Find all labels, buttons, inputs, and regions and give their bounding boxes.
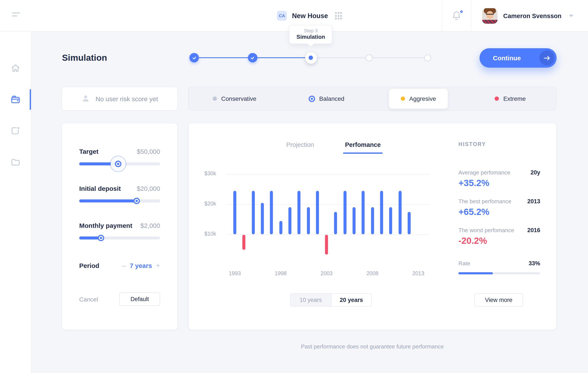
slider-thumb[interactable] [98, 235, 104, 241]
bar-2005 [344, 191, 346, 234]
history-panel: HISTORY Average perfomance 20y +35.2% Th… [458, 123, 540, 330]
bar-1999 [288, 207, 291, 234]
risk-option-conservative[interactable]: Conservative [189, 87, 280, 110]
toggle-20-years[interactable]: 20 years [331, 294, 371, 306]
sidebar-item-home[interactable] [0, 56, 31, 80]
chart-tabs: Projection Perfomance [282, 141, 385, 148]
user-menu[interactable]: Cameron Svensson [471, 0, 588, 32]
sidebar-item-portfolio[interactable] [0, 87, 31, 112]
continue-button[interactable]: Continue [480, 48, 556, 68]
gridline-$10k [226, 234, 430, 235]
history-item-label: The worst perfomance [458, 227, 514, 234]
bar-2011 [398, 191, 401, 234]
chart-card: Projection Perfomance $30k$20k$10k199319… [188, 123, 556, 330]
risk-score-banner: No user risk score yet [62, 86, 178, 111]
apps-grid-icon[interactable] [335, 12, 342, 19]
slider-label: Target [79, 148, 98, 155]
bar-2004 [334, 212, 337, 234]
x-tick-2008: 2008 [362, 270, 383, 277]
period-minus-button[interactable]: – [122, 262, 126, 269]
menu-icon[interactable] [12, 12, 21, 19]
risk-option-aggresive[interactable]: Aggresive [372, 87, 464, 110]
history-item: The best perfomance 2013 +65.2% [458, 198, 540, 217]
rate-label: Rate [458, 260, 470, 266]
arrow-right-icon [539, 50, 555, 65]
sliders: Target $50,000 Initial deposit $20,000 M… [79, 148, 160, 259]
history-item-meta: 2016 [527, 227, 540, 234]
period-value: 7 years [130, 262, 152, 269]
period-plus-button[interactable]: + [156, 262, 160, 269]
slider-monthly-payment: Monthly payment $2,000 [79, 222, 160, 239]
stepper-step-2[interactable] [248, 53, 257, 63]
risk-dot-icon [400, 96, 405, 101]
history-title: HISTORY [458, 141, 486, 147]
slider-target: Target $50,000 [79, 148, 160, 165]
slider-label: Monthly payment [79, 222, 132, 229]
view-more-button[interactable]: View more [474, 293, 523, 307]
slider-fill [79, 199, 137, 202]
risk-option-label: Aggresive [409, 95, 436, 102]
tasks-icon [10, 125, 21, 136]
risk-option-extreme[interactable]: Extreme [464, 87, 556, 110]
page-title: Simulation [62, 53, 107, 63]
stepper-step-3[interactable] [305, 52, 317, 64]
bar-2002 [316, 191, 319, 234]
risk-option-balanced[interactable]: Balanced [280, 87, 372, 110]
sidebar-item-tasks[interactable] [0, 118, 31, 143]
bar-1993 [233, 191, 236, 234]
slider-track[interactable] [79, 199, 160, 202]
slider-thumb[interactable] [115, 161, 121, 167]
stepper-connector [194, 57, 252, 58]
bar-2003 [325, 235, 328, 254]
user-icon [81, 94, 90, 103]
avatar [482, 8, 498, 23]
stepper-connector [252, 57, 311, 58]
risk-score-label: No user risk score yet [95, 95, 158, 102]
bar-2009 [380, 191, 383, 234]
slider-thumb[interactable] [133, 198, 140, 204]
tab-projection[interactable]: Projection [282, 141, 318, 148]
rate-progress-fill [458, 272, 493, 274]
tab-perfomance[interactable]: Perfomance [341, 141, 385, 148]
cancel-button[interactable]: Cancel [79, 296, 98, 303]
sidebar [0, 32, 32, 373]
bar-1994 [242, 235, 246, 250]
slider-label: Initial deposit [79, 185, 121, 192]
y-tick-$20k: $20k [194, 201, 216, 207]
slider-track[interactable] [79, 236, 160, 239]
bar-1996 [261, 203, 264, 234]
stepper-step-5[interactable] [424, 54, 431, 61]
x-tick-1993: 1993 [224, 270, 246, 277]
y-tick-$30k: $30k [194, 171, 216, 177]
history-item-meta: 2013 [527, 198, 540, 205]
check-icon [192, 55, 197, 60]
project-title: New House [292, 12, 328, 20]
parameters-card: Target $50,000 Initial deposit $20,000 M… [62, 123, 178, 330]
slider-track[interactable] [79, 162, 160, 165]
history-items: Average perfomance 20y +35.2% The best p… [458, 169, 540, 256]
stepper-step-1[interactable] [189, 53, 199, 63]
x-tick-2013: 2013 [408, 270, 429, 277]
user-name: Cameron Svensson [503, 12, 562, 19]
bar-2000 [297, 191, 300, 234]
stepper-step-4[interactable] [366, 54, 373, 61]
toggle-10-years[interactable]: 10 years [291, 294, 331, 306]
risk-dot-icon [494, 96, 499, 101]
bar-2008 [371, 207, 374, 234]
notifications-button[interactable] [442, 0, 471, 32]
notification-badge [460, 10, 463, 13]
home-icon [10, 63, 21, 73]
risk-option-label: Extreme [503, 95, 525, 102]
gridline-$20k [226, 204, 430, 205]
slider-value: $50,000 [137, 148, 160, 155]
check-icon [250, 55, 255, 60]
sidebar-item-documents[interactable] [0, 150, 31, 174]
wallet-icon [10, 94, 21, 105]
slider-value: $2,000 [140, 222, 160, 229]
bar-2010 [389, 207, 392, 234]
default-button[interactable]: Default [119, 292, 160, 306]
radio-selected-icon [308, 96, 315, 102]
history-item: Average perfomance 20y +35.2% [458, 169, 540, 188]
rate-block: Rate 33% [458, 260, 540, 274]
app-root: CA New House Cameron Svensson [0, 0, 588, 373]
